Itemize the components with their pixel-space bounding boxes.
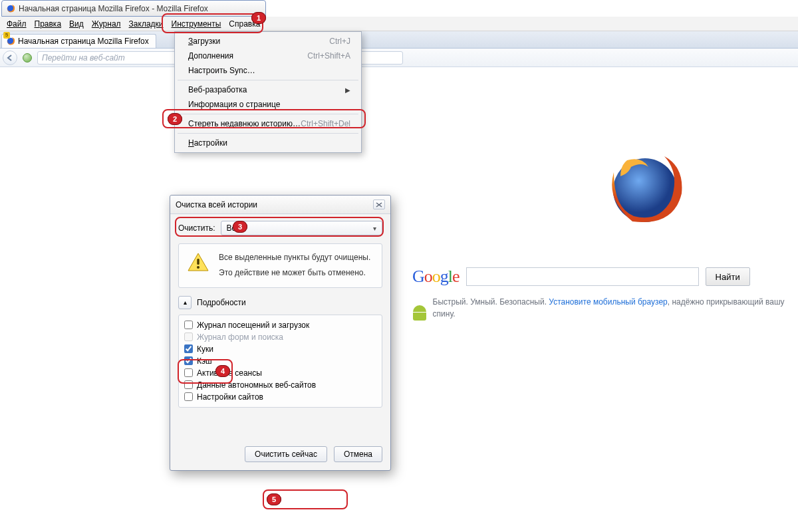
- callout-num-3: 3: [233, 221, 247, 233]
- cancel-button[interactable]: Отмена: [334, 446, 382, 462]
- chk-sitesettings[interactable]: Настройки сайтов: [184, 391, 376, 403]
- chk-offline[interactable]: Данные автономных веб-сайтов: [184, 379, 376, 391]
- svg-point-4: [197, 266, 200, 269]
- menu-sync[interactable]: Настроить Sync…: [176, 63, 360, 78]
- menu-settings[interactable]: НастройкиНастройки: [176, 136, 360, 150]
- close-icon: [376, 202, 382, 207]
- clear-history-dialog: Очистка всей истории Очистить: Всё ▾ Все…: [170, 195, 391, 471]
- firefox-icon: [6, 4, 15, 13]
- menu-tools[interactable]: Инструменты: [168, 18, 225, 30]
- callout-num-1: 1: [251, 12, 266, 24]
- chevron-down-icon: ▾: [373, 225, 376, 232]
- arrow-left-icon: [7, 55, 13, 61]
- menu-view[interactable]: Вид: [65, 18, 88, 30]
- chk-visits[interactable]: Журнал посещений и загрузок: [184, 319, 376, 331]
- chevron-up-icon: ▴: [184, 299, 187, 306]
- menu-file[interactable]: Файл: [3, 18, 31, 30]
- details-list: Журнал посещений и загрузок Журнал форм …: [178, 315, 382, 408]
- promo-text: Быстрый. Умный. Безопасный. Установите м…: [433, 296, 785, 320]
- tabbar: 5 Начальная страница Mozilla Firefox: [0, 31, 798, 49]
- chk-sessions[interactable]: Активные сеансы: [184, 367, 376, 379]
- search-input[interactable]: [466, 267, 699, 286]
- close-button[interactable]: [373, 200, 385, 209]
- details-label: Подробности: [197, 298, 246, 307]
- tab-title: Начальная страница Mozilla Firefox: [18, 37, 149, 46]
- dialog-titlebar: Очистка всей истории: [170, 196, 390, 214]
- menubar: Файл Правка Вид Журнал Закладки Инструме…: [0, 17, 798, 31]
- warning-icon: [187, 252, 209, 272]
- separator: [178, 133, 358, 134]
- browser-tab[interactable]: 5 Начальная страница Mozilla Firefox: [1, 34, 156, 48]
- android-icon: [412, 305, 426, 321]
- google-logo: Google: [412, 267, 460, 287]
- tab-badge: 5: [3, 32, 10, 39]
- warning-line1: Все выделенные пункты будут очищены.: [219, 252, 370, 263]
- chevron-right-icon: ▶: [345, 86, 350, 94]
- search-button[interactable]: Найти: [706, 267, 750, 286]
- promo-link[interactable]: Установите мобильный браузер: [549, 297, 667, 307]
- menu-addons[interactable]: ДополненияCtrl+Shift+A: [176, 49, 360, 63]
- back-button[interactable]: [3, 51, 17, 65]
- separator: [178, 80, 358, 80]
- menu-edit[interactable]: Правка: [31, 18, 66, 30]
- menu-pageinfo[interactable]: Информация о странице: [176, 97, 360, 112]
- page-content: Google Найти Быстрый. Умный. Безопасный.…: [0, 67, 798, 532]
- details-toggle[interactable]: ▴: [178, 296, 192, 309]
- globe-icon: [23, 53, 32, 63]
- warning-box: Все выделенные пункты будут очищены. Это…: [178, 243, 382, 288]
- callout-num-2: 2: [168, 113, 182, 125]
- callout-num-4: 4: [215, 365, 230, 377]
- menu-clear-history[interactable]: Стереть недавнюю историю…Стереть недавню…: [176, 116, 360, 131]
- menu-bookmarks[interactable]: Закладки: [125, 18, 168, 30]
- dialog-title: Очистка всей истории: [176, 200, 257, 209]
- address-toolbar: Перейти на веб-сайт: [0, 49, 798, 67]
- warning-line2: Это действие не может быть отменено.: [219, 267, 370, 279]
- callout-num-5: 5: [267, 493, 281, 505]
- menu-webdev[interactable]: Веб-разработка▶: [176, 82, 360, 97]
- svg-rect-3: [197, 259, 199, 265]
- firefox-logo: [602, 147, 688, 233]
- chk-forms: Журнал форм и поиска: [184, 331, 376, 343]
- clear-range-label: Очистить:: [178, 223, 215, 233]
- search-row: Google Найти: [412, 267, 785, 287]
- window-title: Начальная страница Mozilla Firefox - Moz…: [19, 4, 208, 13]
- chk-cache[interactable]: Кэш: [184, 355, 376, 367]
- window-titlebar: Начальная страница Mozilla Firefox - Moz…: [1, 0, 266, 17]
- menu-downloads[interactable]: ЗЗагрузкиагрузкиCtrl+J: [176, 34, 360, 49]
- clear-now-button[interactable]: Очистить сейчас: [245, 446, 327, 462]
- chk-cookies[interactable]: Куки: [184, 343, 376, 355]
- separator: [178, 114, 358, 114]
- menu-history[interactable]: Журнал: [88, 18, 125, 30]
- tools-dropdown: ЗЗагрузкиагрузкиCtrl+J ДополненияCtrl+Sh…: [174, 31, 362, 153]
